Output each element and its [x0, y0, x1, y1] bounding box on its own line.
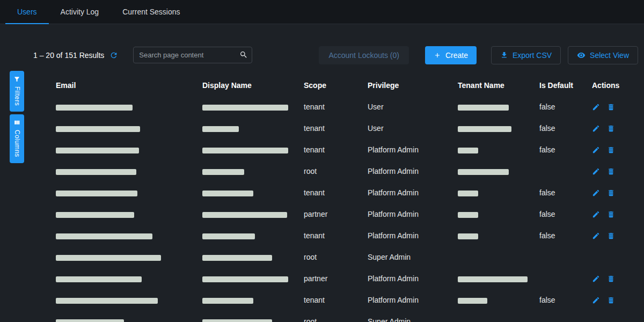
col-display-name: Display Name — [193, 81, 294, 90]
is-default-cell: false — [530, 188, 582, 197]
display-name-redacted — [202, 169, 244, 175]
email-cell — [46, 253, 193, 261]
is-default-cell: false — [530, 103, 582, 111]
scope-cell: tenant — [294, 188, 358, 197]
search-input[interactable] — [133, 47, 252, 63]
delete-icon[interactable] — [607, 189, 615, 197]
is-default-cell: false — [530, 124, 582, 133]
email-cell — [46, 145, 193, 154]
display-name-cell — [193, 231, 294, 240]
table-header: Email Display Name Scope Privilege Tenan… — [46, 75, 631, 96]
email-cell — [46, 231, 193, 240]
scope-cell: partner — [294, 274, 358, 283]
email-redacted — [56, 105, 133, 111]
display-name-redacted — [202, 148, 288, 153]
screen: Users Activity Log Current Sessions 1 – … — [0, 0, 644, 322]
display-name-cell — [193, 145, 294, 154]
tenant-cell — [448, 103, 530, 111]
tab-activity-log[interactable]: Activity Log — [49, 0, 111, 24]
tenant-cell — [448, 145, 530, 154]
edit-icon[interactable] — [592, 125, 600, 133]
delete-icon[interactable] — [607, 146, 615, 154]
delete-icon[interactable] — [607, 296, 615, 304]
edit-icon[interactable] — [592, 146, 600, 154]
is-default-cell: false — [530, 231, 582, 240]
scope-cell: tenant — [294, 124, 358, 133]
top-tab-bar: Users Activity Log Current Sessions — [0, 0, 644, 24]
create-button[interactable]: Create — [425, 46, 477, 64]
actions-cell — [582, 167, 631, 175]
columns-side-tab[interactable]: Columns — [10, 114, 24, 163]
actions-cell — [582, 275, 631, 283]
display-name-redacted — [202, 276, 288, 282]
email-redacted — [56, 233, 152, 239]
display-name-redacted — [202, 105, 288, 111]
edit-icon[interactable] — [592, 167, 600, 175]
table-row: root Super Admin — [46, 311, 631, 322]
tenant-cell — [448, 210, 530, 218]
email-cell — [46, 124, 193, 133]
scope-cell: tenant — [294, 145, 358, 154]
scope-cell: root — [294, 317, 358, 322]
account-lockouts-button[interactable]: Account Lockouts (0) — [319, 46, 409, 64]
filters-side-tab[interactable]: Filters — [10, 71, 24, 112]
email-cell — [46, 188, 193, 197]
scope-cell: tenant — [294, 231, 358, 240]
is-default-cell: false — [530, 145, 582, 154]
display-name-cell — [193, 188, 294, 197]
edit-icon[interactable] — [592, 296, 600, 304]
tenant-cell — [448, 188, 530, 197]
refresh-icon[interactable] — [109, 51, 118, 60]
display-name-redacted — [202, 126, 239, 132]
email-cell — [46, 317, 193, 322]
scope-cell: root — [294, 167, 358, 175]
edit-icon[interactable] — [592, 232, 600, 240]
edit-icon[interactable] — [592, 210, 600, 218]
table-row: tenant Platform Admin false — [46, 289, 631, 311]
delete-icon[interactable] — [607, 210, 615, 218]
email-cell — [46, 210, 193, 218]
privilege-cell: Super Admin — [358, 317, 448, 322]
privilege-cell: User — [358, 103, 448, 111]
plus-icon — [434, 52, 441, 59]
edit-icon[interactable] — [592, 275, 600, 283]
export-csv-button[interactable]: Export CSV — [491, 46, 561, 64]
email-redacted — [56, 319, 124, 322]
tenant-redacted — [458, 298, 487, 304]
delete-icon[interactable] — [607, 125, 615, 133]
tenant-cell — [448, 231, 530, 240]
email-cell — [46, 103, 193, 111]
actions-cell — [582, 146, 631, 154]
tenant-redacted — [458, 191, 478, 196]
tenant-redacted — [458, 233, 478, 239]
actions-cell — [582, 125, 631, 133]
search-icon — [239, 50, 248, 59]
edit-icon[interactable] — [592, 189, 600, 197]
col-privilege: Privilege — [358, 81, 448, 90]
tab-current-sessions[interactable]: Current Sessions — [111, 0, 192, 24]
privilege-cell: Platform Admin — [358, 274, 448, 283]
email-redacted — [56, 298, 158, 304]
tenant-redacted — [458, 169, 509, 175]
delete-icon[interactable] — [607, 103, 615, 111]
edit-icon[interactable] — [592, 103, 600, 111]
privilege-cell: Platform Admin — [358, 167, 448, 175]
delete-icon[interactable] — [607, 167, 615, 175]
tab-users[interactable]: Users — [5, 0, 49, 24]
table-row: root Super Admin — [46, 246, 631, 268]
delete-icon[interactable] — [607, 232, 615, 240]
display-name-cell — [193, 317, 294, 322]
display-name-cell — [193, 253, 294, 261]
delete-icon[interactable] — [607, 275, 615, 283]
privilege-cell: Platform Admin — [358, 210, 448, 218]
select-view-button[interactable]: Select View — [568, 46, 638, 64]
download-icon — [500, 51, 508, 59]
is-default-cell: false — [530, 210, 582, 218]
display-name-redacted — [202, 191, 253, 196]
actions-cell — [582, 210, 631, 218]
privilege-cell: Platform Admin — [358, 188, 448, 197]
table-row: partner Platform Admin — [46, 268, 631, 289]
eye-icon — [577, 51, 586, 60]
actions-cell — [582, 296, 631, 304]
select-view-label: Select View — [590, 51, 629, 60]
